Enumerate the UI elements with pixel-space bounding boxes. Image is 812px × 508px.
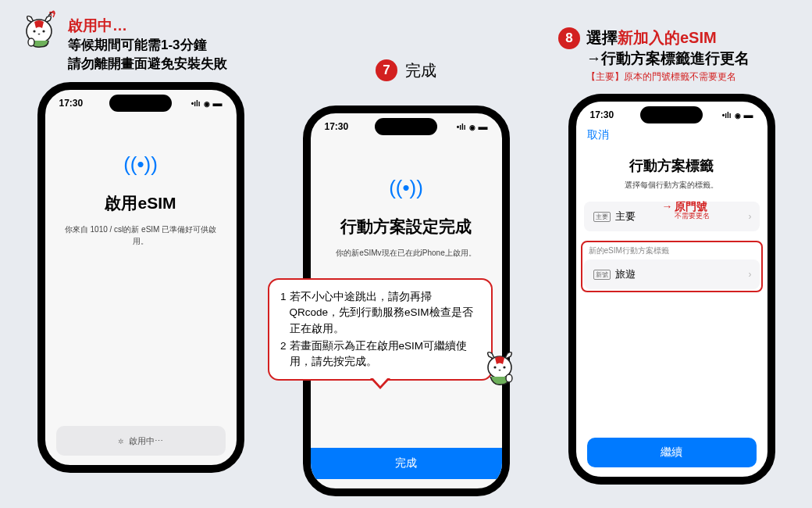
battery-icon <box>744 109 753 120</box>
header-line: 選擇新加入的eSIM <box>586 27 750 48</box>
screen-desc: 選擇每個行動方案的標籤。 <box>576 180 767 191</box>
screen-desc: 你的新eSIMv現在已在此iPhone上啟用。 <box>323 247 490 259</box>
signal-icon <box>722 109 732 120</box>
signal-icon <box>457 121 466 132</box>
callout-bubble: 1若不小心中途跳出，請勿再掃QRcode，先到行動服務eSIM檢查是否正在啟用。… <box>268 278 493 381</box>
svg-point-7 <box>506 374 512 382</box>
list-header: 新的eSIM行動方案標籤 <box>584 244 760 259</box>
header: 7 完成 <box>277 39 535 102</box>
nav-cancel[interactable]: 取消 <box>576 125 767 145</box>
step-column-activating: 啟用中… 等候期間可能需1-3分鐘 請勿離開畫面避免安裝失敗 17:30 ((•… <box>12 16 269 496</box>
status-icons <box>722 109 753 120</box>
broadcast-icon: ((•)) <box>58 152 224 177</box>
loading-label: 啟用中⋯ <box>129 435 163 447</box>
annotation-primary: →原門號 不需要更名 <box>662 201 710 220</box>
phone-notch <box>109 95 172 112</box>
header-line: →行動方案標籤進行更名 <box>586 48 750 69</box>
phone-frame: 17:30 ((•)) 啟用eSIM 你來自 1010 / csl的新 eSIM… <box>37 82 244 473</box>
plan-label: 主要 <box>615 209 636 224</box>
list-primary: 主要 主要 › →原門號 不需要更名 <box>584 202 760 231</box>
step-label: 完成 <box>405 60 436 81</box>
header-subtitle: 請勿離開畫面避免安裝失敗 <box>68 55 227 73</box>
list-item-travel[interactable]: 新號 旅遊 › <box>584 259 760 289</box>
status-icons <box>191 98 223 109</box>
continue-button[interactable]: 繼續 <box>587 438 757 467</box>
chevron-right-icon: › <box>749 211 752 222</box>
signal-icon <box>191 98 201 109</box>
step-badge: 8 <box>558 27 580 49</box>
header-note: 【主要】原本的門號標籤不需要更名 <box>586 70 750 84</box>
chevron-right-icon: › <box>749 269 752 280</box>
status-time: 17:30 <box>325 121 349 132</box>
screen-title: 行動方案標籤 <box>576 156 767 175</box>
battery-icon <box>213 98 223 109</box>
callout-item: 1若不小心中途跳出，請勿再掃QRcode，先到行動服務eSIM檢查是否正在啟用。 <box>280 289 480 337</box>
phone-notch <box>640 106 703 123</box>
broadcast-icon: ((•)) <box>323 176 490 200</box>
screen-title: 行動方案設定完成 <box>323 216 490 238</box>
phone-frame: 17:30 取消 行動方案標籤 選擇每個行動方案的標籤。 主要 主要 › →原門… <box>568 94 775 485</box>
annotation-sub: 不需要更名 <box>662 213 710 220</box>
status-time: 17:30 <box>590 109 614 120</box>
battery-icon <box>479 121 488 132</box>
status-icons <box>457 121 488 132</box>
screen-desc: 你來自 1010 / csl的新 eSIM 已準備好可供啟用。 <box>58 224 224 247</box>
svg-point-5 <box>493 366 496 368</box>
highlight-new-esim: 新的eSIM行動方案標籤 新號 旅遊 › <box>581 241 763 292</box>
svg-point-6 <box>503 366 505 368</box>
loading-button: 啟用中⋯ <box>56 426 226 456</box>
header-title: 啟用中… <box>68 16 227 36</box>
header: 8 選擇新加入的eSIM →行動方案標籤進行更名 【主要】原本的門號標籤不需要更… <box>543 27 800 90</box>
wifi-icon <box>469 121 475 132</box>
status-time: 17:30 <box>59 98 84 109</box>
step-column-8: 8 選擇新加入的eSIM →行動方案標籤進行更名 【主要】原本的門號標籤不需要更… <box>543 16 800 496</box>
plan-tag: 新號 <box>593 270 611 280</box>
arrow-icon: → <box>662 200 673 213</box>
header: 啟用中… 等候期間可能需1-3分鐘 請勿離開畫面避免安裝失敗 <box>12 16 269 78</box>
step-column-7: 7 完成 17:30 ((•)) 行動方案設定完成 你的新eSIMv現在已在此i… <box>277 16 535 496</box>
mascot-icon <box>481 345 520 389</box>
header-subtitle: 等候期間可能需1-3分鐘 <box>68 36 227 55</box>
phone-notch <box>375 118 437 135</box>
callout-tail <box>370 378 390 389</box>
screen-title: 啟用eSIM <box>58 192 224 214</box>
plan-label: 旅遊 <box>615 267 636 281</box>
complete-button[interactable]: 完成 <box>309 448 504 479</box>
callout-item: 2若畫面顯示為正在啟用eSIM可繼續使用，請先按完成。 <box>280 338 480 370</box>
plan-tag: 主要 <box>593 212 611 222</box>
wifi-icon <box>204 98 210 109</box>
step-badge: 7 <box>376 59 397 81</box>
spinner-icon <box>118 436 124 445</box>
screen-content: ((•)) 啟用eSIM 你來自 1010 / csl的新 eSIM 已準備好可… <box>45 113 237 263</box>
screen-content: ((•)) 行動方案設定完成 你的新eSIMv現在已在此iPhone上啟用。 <box>311 137 502 274</box>
wifi-icon <box>735 109 741 120</box>
